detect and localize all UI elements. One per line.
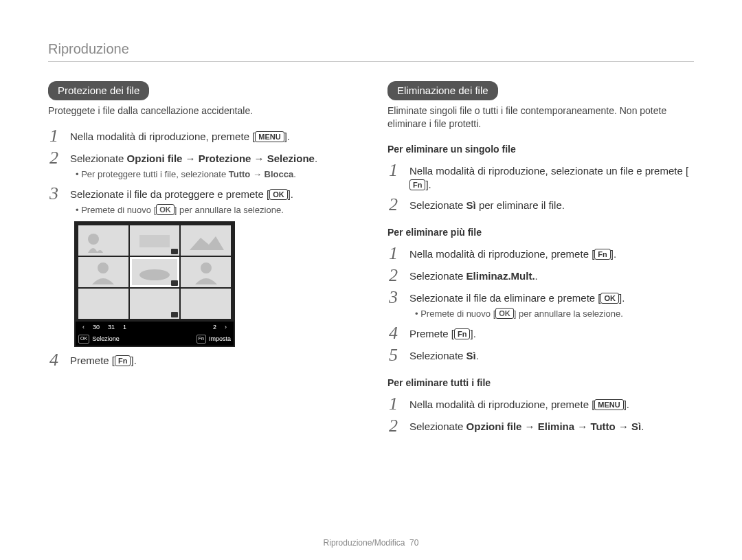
ok-key-icon: OK (78, 335, 89, 343)
footer-page: 70 (409, 538, 418, 548)
svg-point-2 (98, 262, 109, 273)
substep: Premete di nuovo [OK] per annullare la s… (415, 308, 694, 320)
bold-text: Opzioni file → Protezione → Selezione (127, 153, 315, 164)
text: ]. (284, 131, 290, 142)
svg-point-4 (201, 262, 212, 273)
ok-button-icon: OK (495, 308, 514, 319)
stepnum: 2 (389, 196, 404, 214)
step: 2 Selezionate Opzioni file → Elimina → T… (389, 417, 694, 435)
stepnum: 2 (389, 267, 404, 284)
text: . (476, 350, 479, 361)
subhead-multi: Per eliminare più file (387, 226, 694, 239)
step: 5 Selezionate Sì. (389, 346, 694, 364)
protect-icon (171, 249, 178, 254)
text: ] per annullare la selezione. (175, 205, 284, 215)
text: ]. (131, 355, 136, 366)
stepnum: 2 (49, 149, 65, 167)
thumb-selected (130, 257, 180, 287)
subhead-all: Per eliminare tutti i file (387, 377, 694, 390)
section-header: Riproduzione (48, 41, 694, 62)
thumb (78, 289, 128, 319)
stepnum: 1 (49, 127, 65, 145)
step: 2 Selezionate Sì per eliminare il file. (389, 196, 694, 214)
fn-button-icon: Fn (454, 328, 470, 339)
text: ]. (425, 179, 431, 190)
thumb (78, 257, 128, 287)
stepnum: 2 (389, 417, 404, 435)
thumb (78, 225, 128, 256)
intro-right: Eliminate singoli file o tutti i file co… (387, 104, 694, 131)
stepnum: 1 (389, 395, 404, 413)
stepnum: 3 (49, 185, 65, 203)
text: Premete [ (409, 328, 454, 339)
text: Selezionate (409, 199, 466, 211)
label: Selezione (92, 335, 120, 343)
step: 4 Premete [Fn]. (389, 324, 694, 342)
intro-left: Proteggete i file dalla cancellazione ac… (48, 104, 355, 117)
text: per eliminare il file. (476, 199, 565, 211)
arrow-right-icon: › (225, 323, 227, 331)
thumb (181, 225, 231, 256)
left-column: Protezione dei file Proteggete i file da… (48, 81, 355, 436)
text: Selezionate il file da proteggere e prem… (70, 188, 269, 200)
step-l2: 2 Selezionate Opzioni file → Protezione … (49, 149, 355, 167)
text: Nella modalità di riproduzione, selezion… (409, 165, 688, 177)
fn-button-icon: Fn (594, 249, 610, 260)
text: Selezionate (409, 421, 466, 432)
fn-button-icon: Fn (115, 355, 131, 366)
step: 2 Selezionate Eliminaz.Mult.. (389, 267, 694, 284)
bold-text: Eliminaz.Mult. (466, 270, 535, 282)
text: ]. (624, 399, 629, 410)
text: ]. (470, 328, 475, 339)
bold-text: Opzioni file → Elimina → Tutto → Sì (466, 421, 642, 432)
date (135, 323, 205, 331)
page-footer: Riproduzione/Modifica 70 (0, 538, 742, 548)
subhead-single: Per eliminare un singolo file (387, 143, 694, 156)
pill-eliminazione: Eliminazione dei file (387, 81, 498, 100)
text: Per proteggere tutti i file, selezionate (81, 169, 229, 179)
ok-button-icon: OK (269, 189, 288, 200)
text: Premete [ (70, 355, 115, 366)
text: ]. (619, 292, 625, 304)
bold-text: Tutto → Blocca (229, 169, 293, 179)
text: . (293, 169, 296, 179)
text: ]. (288, 188, 293, 200)
stepnum: 1 (389, 245, 404, 262)
text: . (535, 270, 538, 282)
text: Premete di nuovo [ (420, 309, 495, 319)
thumb (181, 257, 231, 287)
text: ] per annullare la selezione. (514, 309, 623, 319)
menu-button-icon: MENU (255, 131, 284, 142)
svg-point-0 (88, 234, 99, 245)
text: . (641, 421, 644, 432)
label: Imposta (209, 335, 231, 343)
step: 1 Nella modalità di riproduzione, premet… (389, 245, 694, 262)
text: Nella modalità di riproduzione, premete … (70, 131, 255, 142)
step: 1 Nella modalità di riproduzione, premet… (389, 395, 694, 413)
text: Selezionate (409, 270, 466, 282)
bottom-bar: OK Selezione Fn Imposta (76, 333, 234, 345)
text: Premete di nuovo [ (81, 205, 156, 215)
svg-point-3 (139, 269, 170, 280)
text: Selezionate (409, 350, 466, 361)
step: 1 Nella modalità di riproduzione, selezi… (389, 161, 694, 192)
substep-l3: Premete di nuovo [OK] per annullare la s… (76, 204, 355, 216)
ok-button-icon: OK (156, 204, 175, 215)
substep-l2: Per proteggere tutti i file, selezionate… (76, 168, 355, 181)
footer-label: Riproduzione/Modifica (324, 538, 405, 548)
thumb (130, 225, 180, 256)
text: Selezionate il file da eliminare e preme… (409, 292, 600, 304)
fn-key-icon: Fn (196, 335, 206, 343)
ok-button-icon: OK (600, 293, 619, 304)
bold-text: Sì (466, 199, 476, 211)
stepnum: 3 (389, 289, 404, 306)
date: 30 (93, 323, 100, 331)
text: . (315, 153, 317, 164)
svg-rect-1 (139, 235, 170, 247)
stepnum: 5 (389, 346, 404, 364)
step-l3: 3 Selezionate il file da proteggere e pr… (49, 185, 355, 203)
thumb (130, 289, 180, 319)
camera-screenshot: ‹ 30 31 1 2 › OK Selezione Fn Imposta (74, 221, 235, 346)
stepnum: 4 (389, 324, 404, 342)
text: Nella modalità di riproduzione, premete … (409, 248, 594, 260)
